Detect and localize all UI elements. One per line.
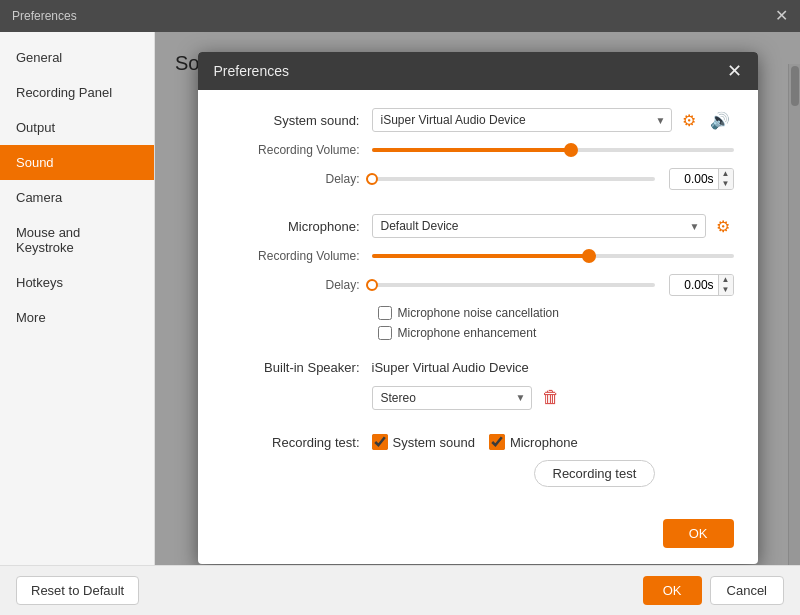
mic-delay-track xyxy=(372,283,655,287)
system-volume-track xyxy=(372,148,734,152)
system-volume-row: Recording Volume: xyxy=(222,142,734,158)
enhancement-label: Microphone enhancement xyxy=(398,326,537,340)
system-sound-audio-icon[interactable]: 🔊 xyxy=(706,109,734,132)
sidebar-item-mouse-keystroke[interactable]: Mouse and Keystroke xyxy=(0,215,154,265)
sidebar: General Recording Panel Output Sound Cam… xyxy=(0,32,155,565)
system-volume-label: Recording Volume: xyxy=(222,143,372,157)
system-delay-slider[interactable] xyxy=(372,171,655,187)
reset-to-default-button[interactable]: Reset to Default xyxy=(16,576,139,605)
system-sound-control: iSuper Virtual Audio Device ▼ ⚙ 🔊 xyxy=(372,108,734,132)
system-sound-settings-icon[interactable]: ⚙ xyxy=(678,109,700,132)
system-delay-input[interactable] xyxy=(670,170,718,188)
mic-volume-row: Recording Volume: xyxy=(222,248,734,264)
mic-delay-input-wrap: ▲ ▼ xyxy=(669,274,734,296)
system-delay-track xyxy=(372,177,655,181)
builtin-speaker-device: iSuper Virtual Audio Device xyxy=(372,360,529,375)
system-delay-input-wrap: ▲ ▼ xyxy=(669,168,734,190)
sidebar-item-output[interactable]: Output xyxy=(0,110,154,145)
dialog-title-bar: Preferences ✕ xyxy=(198,52,758,90)
bottom-ok-button[interactable]: OK xyxy=(643,576,702,605)
system-delay-thumb[interactable] xyxy=(366,173,378,185)
sidebar-item-sound[interactable]: Sound xyxy=(0,145,154,180)
mic-volume-fill xyxy=(372,254,589,258)
recording-test-button[interactable]: Recording test xyxy=(534,460,656,487)
mic-delay-thumb[interactable] xyxy=(366,279,378,291)
rec-test-checks: System sound Microphone xyxy=(372,434,734,450)
rec-microphone-wrap: Microphone xyxy=(489,434,578,450)
bottom-cancel-button[interactable]: Cancel xyxy=(710,576,784,605)
mic-delay-input[interactable] xyxy=(670,276,718,294)
main-panel: Sound Preferences ✕ System sound: xyxy=(155,32,800,565)
mic-volume-track xyxy=(372,254,734,258)
dialog-footer: OK xyxy=(198,507,758,564)
microphone-row: Microphone: Default Device ▼ ⚙ xyxy=(222,214,734,238)
mic-delay-slider[interactable] xyxy=(372,277,655,293)
mic-volume-label: Recording Volume: xyxy=(222,249,372,263)
title-bar-close-button[interactable]: ✕ xyxy=(775,8,788,24)
preferences-dialog: Preferences ✕ System sound: iSuper Virtu… xyxy=(198,52,758,564)
enhancement-checkbox[interactable] xyxy=(378,326,392,340)
rec-test-label-row: Recording test: System sound Microphone xyxy=(222,434,734,450)
title-bar: Preferences ✕ xyxy=(0,0,800,32)
noise-cancel-label: Microphone noise cancellation xyxy=(398,306,559,320)
builtin-speaker-row: Built-in Speaker: iSuper Virtual Audio D… xyxy=(222,360,734,375)
system-sound-dropdown-wrap: iSuper Virtual Audio Device ▼ xyxy=(372,108,672,132)
system-volume-thumb[interactable] xyxy=(564,143,578,157)
rec-test-label: Recording test: xyxy=(222,435,372,450)
sidebar-item-camera[interactable]: Camera xyxy=(0,180,154,215)
stereo-dropdown-wrap: Stereo ▼ xyxy=(372,386,532,410)
stereo-delete-icon[interactable]: 🗑 xyxy=(538,385,564,410)
system-delay-row: Delay: xyxy=(222,168,734,190)
builtin-speaker-control: iSuper Virtual Audio Device xyxy=(372,360,734,375)
dialog-overlay: Preferences ✕ System sound: iSuper Virtu… xyxy=(155,32,800,565)
rec-system-sound-checkbox[interactable] xyxy=(372,434,388,450)
rec-microphone-label: Microphone xyxy=(510,435,578,450)
rec-test-btn-wrap: Recording test xyxy=(222,460,734,487)
system-delay-up[interactable]: ▲ xyxy=(719,169,733,179)
bottom-bar: Reset to Default OK Cancel xyxy=(0,565,800,615)
system-delay-control: ▲ ▼ xyxy=(372,168,734,190)
mic-delay-label: Delay: xyxy=(222,278,372,292)
noise-cancel-row: Microphone noise cancellation xyxy=(222,306,734,320)
sidebar-item-recording-panel[interactable]: Recording Panel xyxy=(0,75,154,110)
noise-cancel-checkbox[interactable] xyxy=(378,306,392,320)
system-volume-control xyxy=(372,142,734,158)
content-area: General Recording Panel Output Sound Cam… xyxy=(0,32,800,565)
bottom-action-buttons: OK Cancel xyxy=(635,576,784,605)
stereo-row: Stereo ▼ 🗑 xyxy=(222,385,734,410)
system-delay-label: Delay: xyxy=(222,172,372,186)
rec-system-sound-label: System sound xyxy=(393,435,475,450)
system-volume-slider[interactable] xyxy=(372,142,734,158)
mic-volume-control xyxy=(372,248,734,264)
system-volume-fill xyxy=(372,148,571,152)
rec-microphone-checkbox[interactable] xyxy=(489,434,505,450)
mic-delay-row: Delay: xyxy=(222,274,734,296)
mic-volume-slider[interactable] xyxy=(372,248,734,264)
main-window: Preferences ✕ General Recording Panel Ou… xyxy=(0,0,800,615)
dialog-title-text: Preferences xyxy=(214,63,289,79)
stereo-select[interactable]: Stereo xyxy=(372,386,532,410)
sidebar-item-hotkeys[interactable]: Hotkeys xyxy=(0,265,154,300)
microphone-select[interactable]: Default Device xyxy=(372,214,706,238)
mic-delay-up[interactable]: ▲ xyxy=(719,275,733,285)
microphone-dropdown-wrap: Default Device ▼ xyxy=(372,214,706,238)
dialog-body: System sound: iSuper Virtual Audio Devic… xyxy=(198,90,758,507)
stereo-control: Stereo ▼ 🗑 xyxy=(372,385,734,410)
dialog-ok-button[interactable]: OK xyxy=(663,519,734,548)
system-sound-row: System sound: iSuper Virtual Audio Devic… xyxy=(222,108,734,132)
sidebar-item-general[interactable]: General xyxy=(0,40,154,75)
title-bar-text: Preferences xyxy=(12,9,77,23)
microphone-control: Default Device ▼ ⚙ xyxy=(372,214,734,238)
system-sound-label: System sound: xyxy=(222,113,372,128)
mic-volume-thumb[interactable] xyxy=(582,249,596,263)
dialog-close-button[interactable]: ✕ xyxy=(727,62,742,80)
system-sound-select[interactable]: iSuper Virtual Audio Device xyxy=(372,108,672,132)
system-delay-down[interactable]: ▼ xyxy=(719,179,733,189)
microphone-settings-icon[interactable]: ⚙ xyxy=(712,215,734,238)
enhancement-row: Microphone enhancement xyxy=(222,326,734,340)
mic-delay-arrows: ▲ ▼ xyxy=(718,275,733,295)
sidebar-item-more[interactable]: More xyxy=(0,300,154,335)
mic-delay-down[interactable]: ▼ xyxy=(719,285,733,295)
mic-delay-control: ▲ ▼ xyxy=(372,274,734,296)
builtin-speaker-label: Built-in Speaker: xyxy=(222,360,372,375)
